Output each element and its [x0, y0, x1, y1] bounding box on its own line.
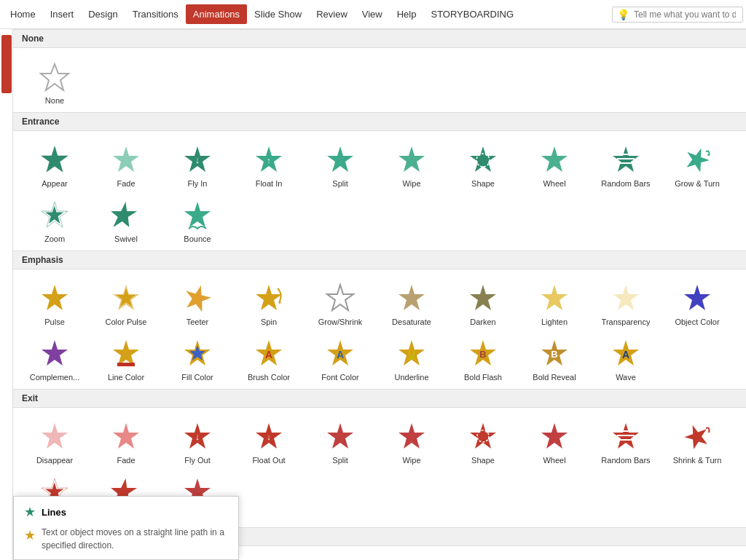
anim-none[interactable]: None — [19, 54, 90, 109]
anim-flyout[interactable]: ↓ Fly Out — [162, 414, 233, 469]
zoom-entrance-label: Zoom — [44, 234, 65, 243]
section-none: None — [13, 29, 746, 48]
svg-marker-10 — [470, 146, 496, 172]
anim-fontcolor[interactable]: A Font Color — [305, 331, 376, 386]
anim-wheel[interactable]: Wheel — [519, 137, 590, 192]
svg-marker-67 — [681, 421, 711, 451]
colorpulse-label: Color Pulse — [106, 318, 147, 326]
anim-linecolor[interactable]: Line Color — [90, 331, 162, 386]
shape-entrance-label: Shape — [471, 179, 495, 188]
anim-growshrink[interactable]: Grow/Shrink — [305, 275, 376, 331]
floatin-label: Float In — [256, 179, 283, 188]
anim-shape[interactable]: Shape — [447, 137, 519, 192]
wave-icon: A — [608, 336, 643, 371]
anim-brushcolor[interactable]: A Brush Color — [233, 331, 305, 386]
shrinkturn-label: Shrink & Turn — [673, 456, 722, 465]
anim-split[interactable]: Split — [305, 137, 376, 192]
anim-disappear[interactable]: Disappear — [19, 414, 90, 469]
shape-exit-icon — [466, 419, 500, 454]
anim-boldreveal[interactable]: B Bold Reveal — [519, 331, 590, 386]
anim-floatin[interactable]: ↑ Float In — [233, 137, 305, 192]
svg-marker-9 — [398, 146, 425, 172]
search-input[interactable] — [634, 9, 736, 20]
anim-wave[interactable]: A Wave — [590, 331, 661, 386]
anim-fade[interactable]: Fade — [90, 137, 162, 192]
menu-storyboarding[interactable]: STORYBOARDING — [423, 4, 521, 24]
anim-pulse[interactable]: Pulse — [19, 275, 90, 331]
shape-exit-label: Shape — [471, 456, 495, 465]
search-box[interactable]: 💡 — [612, 7, 743, 23]
anim-flyin[interactable]: ↓ Fly In — [162, 137, 233, 192]
anim-randombars[interactable]: Random Bars — [590, 137, 661, 192]
svg-marker-21 — [110, 202, 138, 227]
anim-none-label: None — [45, 96, 64, 105]
wipe-exit-label: Wipe — [402, 456, 420, 465]
menu-review[interactable]: Review — [309, 4, 355, 24]
anim-bounce-entrance[interactable]: Bounce — [162, 192, 233, 248]
section-exit: Exit — [13, 389, 746, 408]
flyout-label: Fly Out — [184, 456, 210, 465]
anim-lighten[interactable]: Lighten — [519, 275, 590, 331]
anim-floatout[interactable]: ↓ Float Out — [233, 414, 305, 469]
anim-swivel-entrance[interactable]: Swivel — [90, 192, 162, 248]
fontcolor-label: Font Color — [321, 373, 358, 382]
menu-transitions[interactable]: Transitions — [125, 4, 186, 24]
flyin-label: Fly In — [188, 179, 208, 188]
anim-desaturate[interactable]: Desaturate — [376, 275, 447, 331]
boldflash-label: Bold Flash — [464, 373, 502, 382]
section-entrance: Entrance — [13, 112, 746, 131]
menu-design[interactable]: Design — [81, 4, 125, 24]
svg-marker-35 — [42, 340, 68, 366]
anim-darken[interactable]: Darken — [447, 275, 519, 331]
anim-randombars-exit[interactable]: Random Bars — [590, 414, 661, 469]
anim-objectcolor[interactable]: Object Color — [661, 275, 733, 331]
menu-slideshow[interactable]: Slide Show — [247, 4, 309, 24]
anim-boldflash[interactable]: B Bold Flash — [447, 331, 519, 386]
svg-marker-22 — [184, 202, 211, 227]
menu-help[interactable]: Help — [390, 4, 424, 24]
anim-transparency[interactable]: Transparency — [590, 275, 661, 331]
anim-appear[interactable]: Appear — [19, 137, 90, 192]
complementary-icon — [37, 336, 72, 371]
animation-gallery: None None Entrance — [13, 29, 746, 560]
menu-view[interactable]: View — [355, 4, 390, 24]
anim-fillcolor[interactable]: Fill Color — [162, 331, 233, 386]
tooltip-description: Text or object moves on a straight line … — [42, 526, 228, 552]
wipe-entrance-label: Wipe — [402, 179, 420, 188]
anim-teeter[interactable]: Teeter — [162, 275, 233, 331]
wheel-exit-label: Wheel — [543, 456, 565, 465]
anim-wipe-exit[interactable]: Wipe — [376, 414, 447, 469]
anim-spin[interactable]: Spin — [233, 275, 305, 331]
swivel-entrance-icon — [109, 198, 144, 233]
svg-marker-59 — [398, 423, 425, 449]
menu-animations[interactable]: Animations — [186, 4, 247, 24]
anim-split-exit[interactable]: Split — [305, 414, 376, 469]
anim-wheel-exit[interactable]: Wheel — [519, 414, 590, 469]
anim-complementary[interactable]: Complemen... — [19, 331, 90, 386]
anim-colorpulse[interactable]: Color Pulse — [90, 275, 162, 331]
svg-marker-33 — [613, 285, 639, 310]
growshrink-icon — [323, 281, 358, 316]
desaturate-icon — [394, 281, 429, 316]
menu-home[interactable]: Home — [3, 4, 43, 24]
anim-wipe[interactable]: Wipe — [376, 137, 447, 192]
anim-fade-exit[interactable]: Fade — [90, 414, 162, 469]
floatin-icon: ↑ — [251, 143, 286, 178]
svg-text:B: B — [551, 349, 557, 360]
anim-growturn[interactable]: Grow & Turn — [661, 137, 733, 192]
fontcolor-icon: A — [323, 336, 358, 371]
anim-shape-exit[interactable]: Shape — [447, 414, 519, 469]
tooltip-gold-star: ★ — [24, 527, 36, 543]
menu-insert[interactable]: Insert — [43, 4, 82, 24]
anim-shrinkturn[interactable]: Shrink & Turn — [661, 414, 733, 469]
svg-marker-8 — [327, 146, 353, 172]
section-emphasis: Emphasis — [13, 251, 746, 269]
anim-zoom-entrance[interactable]: Zoom — [19, 192, 90, 248]
none-grid: None — [13, 48, 746, 112]
anim-shapes[interactable]: Shapes — [233, 552, 305, 560]
randombars-exit-icon — [608, 419, 643, 454]
anim-loops[interactable]: Loops — [305, 552, 376, 560]
anim-underline[interactable]: U Underline — [376, 331, 447, 386]
fillcolor-label: Fill Color — [181, 373, 213, 382]
anim-custompath[interactable]: Custom Path — [376, 552, 447, 560]
